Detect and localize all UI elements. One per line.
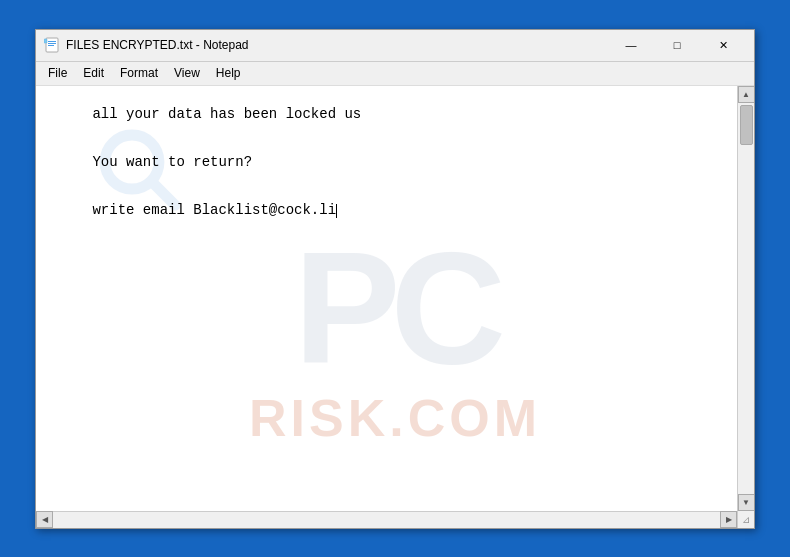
svg-rect-2 [48, 43, 56, 44]
text-editor[interactable]: all your data has been locked us You wan… [36, 86, 737, 511]
menu-edit[interactable]: Edit [75, 64, 112, 82]
scroll-up-button[interactable]: ▲ [738, 86, 755, 103]
text-line-2: You want to return? [92, 154, 252, 170]
svg-rect-4 [44, 39, 47, 43]
editor-area[interactable]: PC RISK.COM all your data has been locke… [36, 86, 754, 511]
close-button[interactable]: ✕ [700, 29, 746, 61]
svg-rect-3 [48, 45, 54, 46]
menu-file[interactable]: File [40, 64, 75, 82]
scroll-track-horizontal[interactable] [53, 512, 720, 528]
window-controls: — □ ✕ [608, 29, 746, 61]
scroll-thumb-vertical[interactable] [740, 105, 753, 145]
scroll-right-button[interactable]: ▶ [720, 511, 737, 528]
menu-bar: File Edit Format View Help [36, 62, 754, 86]
menu-help[interactable]: Help [208, 64, 249, 82]
window-title: FILES ENCRYPTED.txt - Notepad [66, 38, 608, 52]
horizontal-scrollbar[interactable]: ◀ ▶ ⊿ [36, 511, 754, 528]
scroll-left-button[interactable]: ◀ [36, 511, 53, 528]
resize-handle[interactable]: ⊿ [737, 511, 754, 528]
vertical-scrollbar[interactable]: ▲ ▼ [737, 86, 754, 511]
notepad-window: FILES ENCRYPTED.txt - Notepad — □ ✕ File… [35, 29, 755, 529]
title-bar: FILES ENCRYPTED.txt - Notepad — □ ✕ [36, 30, 754, 62]
minimize-button[interactable]: — [608, 29, 654, 61]
menu-format[interactable]: Format [112, 64, 166, 82]
scroll-down-button[interactable]: ▼ [738, 494, 755, 511]
text-line-1: all your data has been locked us [92, 106, 361, 122]
scroll-track-vertical[interactable] [738, 103, 754, 494]
notepad-icon [44, 37, 60, 53]
text-line-3: write email Blacklist@cock.li [92, 202, 337, 218]
svg-rect-1 [48, 41, 56, 42]
menu-view[interactable]: View [166, 64, 208, 82]
maximize-button[interactable]: □ [654, 29, 700, 61]
